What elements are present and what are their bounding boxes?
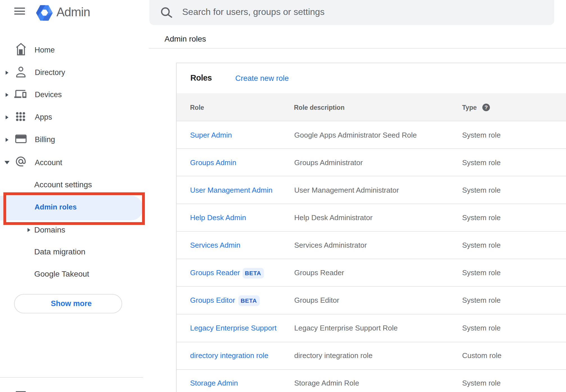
svg-text:?: ?: [485, 104, 488, 110]
